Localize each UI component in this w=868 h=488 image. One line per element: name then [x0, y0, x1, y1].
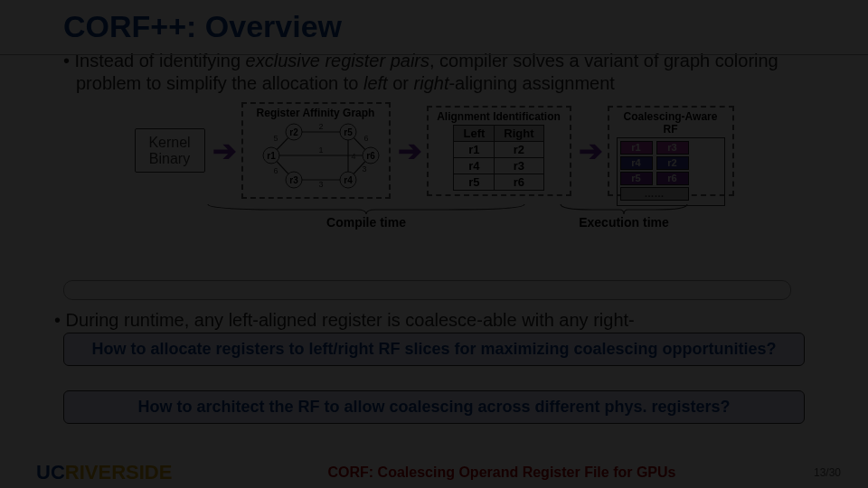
- align-cell: r6: [495, 174, 543, 190]
- arrow-icon-3: ➔: [579, 134, 600, 168]
- rf-cell: r3: [656, 141, 689, 155]
- divider: [0, 54, 868, 55]
- panel-graph-title: Register Affinity Graph: [249, 107, 383, 119]
- affinity-graph-svg: 5 2 6 1 6 3 4 3 r1: [249, 121, 389, 192]
- svg-text:6: 6: [273, 166, 278, 175]
- svg-text:3: 3: [318, 180, 323, 189]
- panel-rf-title: Coalescing-Aware RF: [617, 110, 725, 136]
- svg-text:r5: r5: [344, 127, 353, 137]
- align-cell: r4: [454, 157, 495, 174]
- question-box-2: How to architect the RF to allow coalesc…: [63, 390, 805, 424]
- svg-text:1: 1: [318, 145, 323, 155]
- uc-riverside-logo: UCRIVERSIDE: [36, 461, 217, 484]
- align-cell: r1: [454, 141, 495, 157]
- rf-row: ……: [620, 187, 722, 201]
- question-box-1: How to allocate registers to left/right …: [63, 333, 805, 366]
- footer: UCRIVERSIDE CORF: Coalescing Operand Reg…: [0, 461, 868, 484]
- svg-text:r6: r6: [366, 151, 375, 161]
- svg-text:2: 2: [318, 122, 323, 131]
- slide-title: CORF++: Overview: [63, 9, 841, 44]
- svg-text:r2: r2: [289, 127, 298, 137]
- logo-rv: RIVERSIDE: [65, 461, 173, 483]
- bullet-2: • During runtime, any left-aligned regis…: [54, 310, 841, 331]
- b1-or: or: [388, 73, 414, 93]
- rf-cell: r6: [656, 172, 689, 185]
- b1-em2: left: [363, 73, 388, 93]
- slide: CORF++: Overview • Instead of identifyin…: [0, 0, 868, 488]
- stage-compile-label: Compile time: [326, 215, 406, 230]
- align-cell: r3: [495, 157, 543, 174]
- svg-text:r3: r3: [289, 175, 298, 185]
- stage-exec: Execution time: [556, 202, 692, 230]
- highlight-box: [63, 280, 791, 300]
- panel-rf: Coalescing-Aware RF r1 r3 r4 r2 r5 r6 ……: [608, 106, 734, 196]
- align-header-right: Right: [495, 125, 543, 141]
- rf-cell: r2: [656, 156, 689, 170]
- rf-cell: r1: [620, 141, 653, 155]
- diagram-row: Kernel Binary ➔ Register Affinity Graph …: [27, 102, 841, 199]
- kernel-binary-box: Kernel Binary: [135, 128, 205, 173]
- align-cell: r5: [454, 174, 495, 190]
- panel-alignment: Alignment Identification Left Right r1r2…: [427, 106, 571, 196]
- svg-text:4: 4: [351, 152, 355, 161]
- align-cell: r2: [495, 141, 543, 157]
- rf-row: r4 r2: [620, 156, 722, 170]
- stage-compile: Compile time: [203, 202, 529, 230]
- stage-exec-label: Execution time: [579, 215, 669, 230]
- kernel-line2: Binary: [145, 151, 195, 167]
- rf-box: r1 r3 r4 r2 r5 r6 ……: [617, 137, 725, 206]
- b1-em3: right: [414, 73, 449, 93]
- svg-text:r1: r1: [267, 151, 276, 161]
- arrow-icon-1: ➔: [212, 134, 234, 168]
- alignment-table: Left Right r1r2 r4r3 r5r6: [453, 125, 543, 191]
- kernel-line1: Kernel: [145, 135, 195, 151]
- curly-brace-icon: [203, 202, 529, 215]
- stage-labels: Compile time Execution time: [203, 202, 841, 230]
- align-header-left: Left: [454, 125, 495, 141]
- panel-affinity-graph: Register Affinity Graph 5 2 6 1: [241, 102, 391, 199]
- rf-cell: r5: [620, 172, 653, 185]
- svg-text:5: 5: [273, 134, 278, 143]
- arrow-icon-2: ➔: [398, 134, 420, 168]
- bullet-1: • Instead of identifying exclusive regis…: [63, 50, 823, 95]
- b1-post: -aligning assignment: [448, 73, 614, 93]
- panel-align-title: Alignment Identification: [434, 110, 564, 123]
- svg-text:r4: r4: [344, 175, 353, 185]
- logo-uc: UC: [36, 461, 65, 483]
- footer-title: CORF: Coalescing Operand Register File f…: [217, 465, 787, 481]
- rf-cell-more: ……: [620, 187, 689, 201]
- page-number: 13/30: [787, 466, 841, 479]
- svg-text:3: 3: [362, 164, 366, 174]
- rf-row: r1 r3: [620, 141, 722, 155]
- rf-row: r5 r6: [620, 172, 722, 185]
- svg-text:6: 6: [363, 134, 368, 143]
- rf-cell: r4: [620, 156, 653, 170]
